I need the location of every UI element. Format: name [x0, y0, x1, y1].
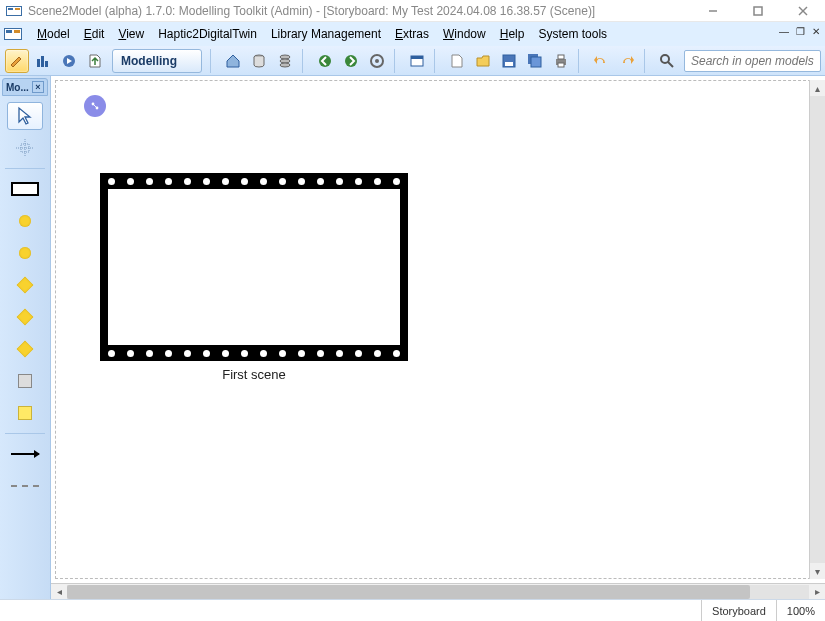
- dashed-line-tool[interactable]: [7, 472, 43, 500]
- svg-rect-25: [411, 56, 423, 59]
- window-titlebar: Scene2Model (alpha) 1.7.0: Modelling Too…: [0, 0, 825, 22]
- mdi-close-button[interactable]: ✕: [809, 24, 823, 38]
- minimize-button[interactable]: [690, 0, 735, 22]
- app-icon: [6, 4, 22, 18]
- svg-rect-13: [41, 56, 44, 67]
- menu-library[interactable]: Library Management: [264, 23, 388, 45]
- menu-help[interactable]: Help: [493, 23, 532, 45]
- search-input[interactable]: [684, 50, 821, 72]
- mode-label: Modelling: [112, 49, 202, 73]
- vertical-scrollbar[interactable]: ▴ ▾: [809, 80, 825, 579]
- scroll-up-icon[interactable]: ▴: [810, 80, 825, 96]
- svg-rect-11: [14, 30, 20, 33]
- status-mode: Storyboard: [701, 600, 776, 621]
- import-export-mode-button[interactable]: [83, 49, 107, 73]
- menu-model[interactable]: Model: [30, 23, 77, 45]
- svg-line-34: [668, 62, 673, 67]
- film-holes-top: [108, 173, 400, 189]
- document-icon: [4, 26, 22, 42]
- diamond-tool-1[interactable]: [7, 271, 43, 299]
- main-toolbar: Modelling: [0, 46, 825, 76]
- workspace: Mo... × First scene ▴: [0, 76, 825, 599]
- dot-tool-2[interactable]: [7, 239, 43, 267]
- menu-haptic[interactable]: Haptic2DigitalTwin: [151, 23, 264, 45]
- model-browser-button[interactable]: [405, 49, 429, 73]
- tool-palette: Mo... ×: [0, 76, 50, 599]
- scroll-right-icon[interactable]: ▸: [809, 585, 825, 599]
- new-button[interactable]: [445, 49, 469, 73]
- menu-extras[interactable]: Extras: [388, 23, 436, 45]
- scene-object[interactable]: [100, 173, 408, 361]
- scene-tool[interactable]: [7, 175, 43, 203]
- stack-button[interactable]: [273, 49, 297, 73]
- svg-point-33: [661, 55, 669, 63]
- svg-point-19: [280, 63, 290, 67]
- print-button[interactable]: [549, 49, 573, 73]
- scroll-left-icon[interactable]: ◂: [51, 585, 67, 599]
- home-button[interactable]: [221, 49, 245, 73]
- canvas-area: First scene ▴ ▾ ◂ ▸: [50, 76, 825, 599]
- open-button[interactable]: [471, 49, 495, 73]
- nav-target-button[interactable]: [365, 49, 389, 73]
- svg-rect-31: [558, 55, 564, 59]
- status-zoom[interactable]: 100%: [776, 600, 825, 621]
- svg-rect-14: [45, 61, 48, 67]
- vscroll-track[interactable]: [810, 96, 825, 563]
- hscroll-thumb[interactable]: [67, 585, 750, 599]
- menu-view[interactable]: View: [111, 23, 151, 45]
- undo-button[interactable]: [589, 49, 613, 73]
- find-button[interactable]: [655, 49, 679, 73]
- svg-point-17: [280, 55, 290, 59]
- menu-edit[interactable]: Edit: [77, 23, 112, 45]
- mdi-minimize-button[interactable]: —: [777, 24, 791, 38]
- grid-tool[interactable]: [7, 134, 43, 162]
- svg-rect-12: [37, 59, 40, 67]
- redo-button[interactable]: [615, 49, 639, 73]
- simulation-mode-button[interactable]: [57, 49, 81, 73]
- palette-close-icon[interactable]: ×: [32, 81, 44, 93]
- save-button[interactable]: [497, 49, 521, 73]
- svg-rect-2: [8, 8, 13, 10]
- scene-inner: [108, 189, 400, 345]
- svg-rect-27: [505, 62, 513, 66]
- search-container: [684, 50, 821, 72]
- properties-icon[interactable]: [84, 95, 106, 117]
- menu-bar: Model Edit View Haptic2DigitalTwin Libra…: [0, 22, 825, 46]
- svg-rect-3: [15, 8, 20, 10]
- palette-tab[interactable]: Mo... ×: [2, 78, 48, 96]
- database-button[interactable]: [247, 49, 271, 73]
- edit-mode-button[interactable]: [5, 49, 29, 73]
- square-tool-grey[interactable]: [7, 367, 43, 395]
- palette-tab-label: Mo...: [6, 82, 29, 93]
- svg-point-23: [375, 59, 379, 63]
- horizontal-scrollbar[interactable]: ◂ ▸: [51, 583, 825, 599]
- arrow-tool[interactable]: [7, 440, 43, 468]
- status-bar: Storyboard 100%: [0, 599, 825, 621]
- film-holes-bottom: [108, 345, 400, 361]
- svg-rect-29: [531, 57, 541, 67]
- nav-forward-button[interactable]: [339, 49, 363, 73]
- svg-line-40: [93, 104, 97, 108]
- square-tool-yellow[interactable]: [7, 399, 43, 427]
- pointer-tool[interactable]: [7, 102, 43, 130]
- menu-window[interactable]: Window: [436, 23, 493, 45]
- svg-point-18: [280, 59, 290, 63]
- diamond-tool-3[interactable]: [7, 335, 43, 363]
- scene-label: First scene: [100, 367, 408, 382]
- close-button[interactable]: [780, 0, 825, 22]
- dot-tool-1[interactable]: [7, 207, 43, 235]
- window-title: Scene2Model (alpha) 1.7.0: Modelling Too…: [28, 4, 595, 18]
- analysis-mode-button[interactable]: [31, 49, 55, 73]
- svg-rect-5: [754, 7, 762, 15]
- hscroll-track[interactable]: [67, 585, 809, 599]
- diamond-tool-2[interactable]: [7, 303, 43, 331]
- mdi-restore-button[interactable]: ❐: [793, 24, 807, 38]
- menu-system[interactable]: System tools: [531, 23, 614, 45]
- svg-rect-10: [6, 30, 12, 33]
- scroll-down-icon[interactable]: ▾: [810, 563, 825, 579]
- svg-rect-32: [558, 63, 564, 67]
- canvas[interactable]: First scene: [55, 80, 821, 579]
- nav-back-button[interactable]: [313, 49, 337, 73]
- maximize-button[interactable]: [735, 0, 780, 22]
- save-all-button[interactable]: [523, 49, 547, 73]
